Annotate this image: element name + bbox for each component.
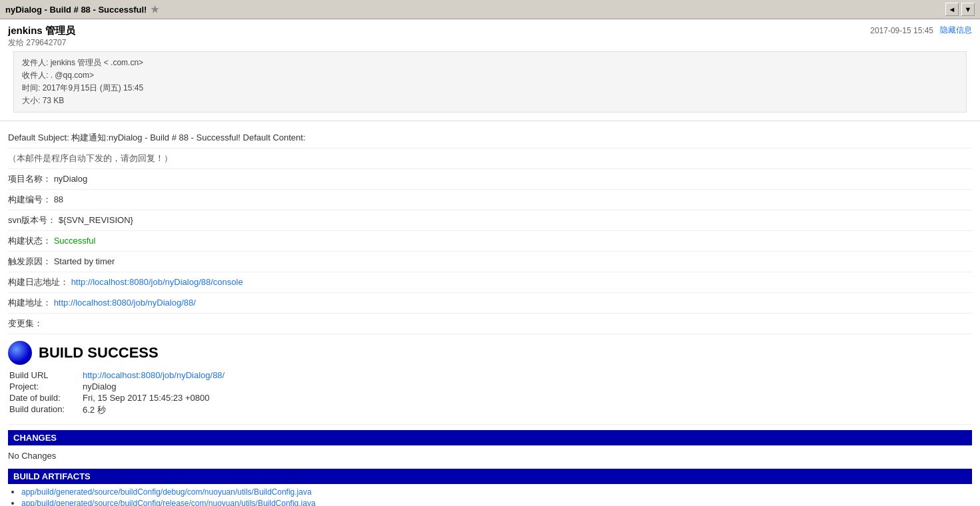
artifact-link[interactable]: app/build/generated/source/buildConfig/r… [21,499,316,506]
project-info-label: Project: [9,381,83,391]
build-num-value: 88 [54,194,63,204]
size-label: 大小: [22,96,40,105]
log-url-line: 构建日志地址： http://localhost:8080/job/nyDial… [8,272,972,293]
hide-info-link[interactable]: 隐藏信息 [940,25,972,36]
size-line: 大小: 73 KB [22,95,958,107]
project-line: 项目名称： nyDialog [8,169,972,190]
to-line: 收件人: . @qq.com> [22,70,958,81]
back-button[interactable]: ◄ [945,3,959,16]
trigger-line: 触发原因： Started by timer [8,252,972,272]
sender-line: jenkins 管理员 发给 279642707 2017-09-15 15:4… [8,25,972,49]
log-url-label: 构建日志地址： [8,277,69,287]
to-value: . @qq.com> [51,71,94,80]
project-label: 项目名称： [8,174,51,184]
build-url-line: 构建地址： http://localhost:8080/job/nyDialog… [8,293,972,314]
title-bar-left: nyDialog - Build # 88 - Successful! ★ [5,4,159,15]
date-info-value: Fri, 15 Sep 2017 15:45:23 +0800 [83,393,209,403]
dropdown-button[interactable]: ▼ [961,3,975,16]
artifacts-header: BUILD ARTIFACTS [8,469,972,484]
trigger-value: Started by timer [54,256,115,266]
email-datetime: 2017-09-15 15:45 [870,26,933,35]
duration-info-row: Build duration: 6.2 秒 [9,404,972,416]
from-label: 发件人: [22,58,48,67]
build-num-line: 构建编号： 88 [8,190,972,210]
from-line: 发件人: jenkins 管理员 < .com.cn> [22,57,958,69]
from-value: jenkins 管理员 < .com.cn> [51,58,143,67]
title-bar-right: ◄ ▼ [945,3,975,16]
build-success-text: BUILD SUCCESS [39,344,159,362]
svn-line: svn版本号： ${SVN_REVISION} [8,210,972,231]
build-url-link[interactable]: http://localhost:8080/job/nyDialog/88/ [54,298,196,308]
size-value: 73 KB [43,96,65,105]
project-info-row: Project: nyDialog [9,381,972,391]
duration-info-value: 6.2 秒 [83,404,106,416]
sender-name: jenkins 管理员 [8,25,75,37]
changes-label-line: 变更集： [8,314,972,334]
build-url-info-label: Build URL [9,370,83,380]
time-label: 时间: [22,83,40,93]
status-value: Successful [54,236,96,246]
log-url-link[interactable]: http://localhost:8080/job/nyDialog/88/co… [71,277,243,287]
build-success-section: BUILD SUCCESS Build URL http://localhost… [8,334,972,425]
build-success-header: BUILD SUCCESS [8,341,972,365]
default-subject-text: Default Subject: 构建通知:nyDialog - Build #… [8,132,306,142]
list-item: app/build/generated/source/buildConfig/r… [21,498,972,506]
list-item: app/build/generated/source/buildConfig/d… [21,487,972,497]
changes-header: CHANGES [8,430,972,445]
default-subject-line: Default Subject: 构建通知:nyDialog - Build #… [8,128,972,148]
star-icon[interactable]: ★ [151,4,159,15]
date-info-label: Date of build: [9,393,83,403]
artifact-link[interactable]: app/build/generated/source/buildConfig/d… [21,487,312,497]
email-details: 发件人: jenkins 管理员 < .com.cn> 收件人: . @qq.c… [13,51,967,113]
header-right: 2017-09-15 15:45 隐藏信息 [870,25,972,36]
build-info-table: Build URL http://localhost:8080/job/nyDi… [9,370,972,416]
changes-section: CHANGES No Changes [8,430,972,463]
build-url-info-link[interactable]: http://localhost:8080/job/nyDialog/88/ [83,370,225,380]
artifacts-section: BUILD ARTIFACTS app/build/generated/sour… [8,469,972,506]
date-info-row: Date of build: Fri, 15 Sep 2017 15:45:23… [9,393,972,403]
build-url-label: 构建地址： [8,298,51,308]
build-success-ball [8,341,32,365]
window-title: nyDialog - Build # 88 - Successful! [5,5,147,15]
email-container: jenkins 管理员 发给 279642707 2017-09-15 15:4… [0,19,980,506]
svn-value: ${SVN_REVISION} [59,215,133,225]
svn-label: svn版本号： [8,215,56,225]
artifact-list: app/build/generated/source/buildConfig/d… [8,487,972,506]
sender-left: jenkins 管理员 发给 279642707 [8,25,75,49]
changes-label: 变更集： [8,318,43,328]
sender-to: 发给 279642707 [8,37,75,49]
build-num-label: 构建编号： [8,194,51,204]
build-url-row: Build URL http://localhost:8080/job/nyDi… [9,370,972,380]
time-value: 2017年9月15日 (周五) 15:45 [43,83,143,93]
status-label: 构建状态： [8,236,51,246]
status-line: 构建状态： Successful [8,231,972,252]
project-info-value: nyDialog [83,381,117,391]
email-header: jenkins 管理员 发给 279642707 2017-09-15 15:4… [0,19,980,121]
title-bar: nyDialog - Build # 88 - Successful! ★ ◄ … [0,0,980,19]
trigger-label: 触发原因： [8,256,51,266]
project-value: nyDialog [54,174,88,184]
duration-info-label: Build duration: [9,404,83,416]
time-line: 时间: 2017年9月15日 (周五) 15:45 [22,83,958,94]
to-label: 收件人: [22,71,48,80]
auto-send-notice: （本邮件是程序自动下发的，请勿回复！） [8,148,972,169]
no-changes-text: No Changes [8,448,972,463]
email-body: Default Subject: 构建通知:nyDialog - Build #… [0,121,980,506]
